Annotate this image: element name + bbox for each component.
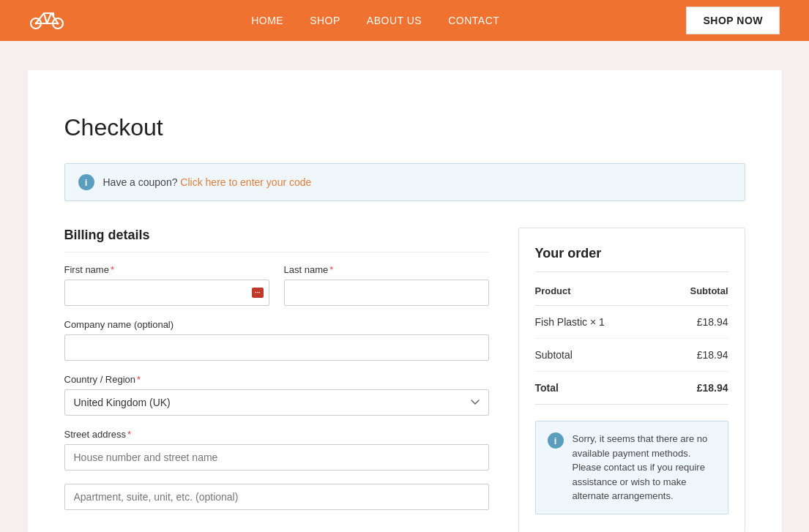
order-item-price: £18.94 — [660, 306, 728, 339]
order-panel-title: Your order — [535, 246, 728, 272]
company-input[interactable] — [64, 334, 489, 361]
autofill-icon: ··· — [252, 288, 264, 298]
apartment-input[interactable] — [64, 484, 489, 510]
country-label: Country / Region* — [64, 374, 489, 385]
name-row: First name* ··· Last name* — [64, 264, 489, 306]
first-name-group: First name* ··· — [64, 264, 269, 306]
coupon-banner: i Have a coupon? Click here to enter you… — [64, 163, 745, 201]
subtotal-row: Subtotal £18.94 — [535, 339, 728, 372]
country-select[interactable]: United Kingdom (UK) — [64, 389, 489, 416]
page-wrapper: Checkout i Have a coupon? Click here to … — [0, 41, 809, 532]
billing-section: Billing details First name* ··· — [64, 228, 489, 523]
order-section: Your order Product Subtotal Fish Plastic… — [518, 228, 745, 532]
checkout-layout: Billing details First name* ··· — [64, 228, 745, 532]
first-name-input[interactable] — [64, 280, 269, 306]
street-label: Street address* — [64, 429, 489, 440]
company-label: Company name (optional) — [64, 319, 489, 330]
nav-links: HOME SHOP ABOUT US CONTACT — [251, 14, 499, 27]
subtotal-value: £18.94 — [660, 339, 728, 372]
order-panel: Your order Product Subtotal Fish Plastic… — [518, 228, 745, 532]
nav-shop[interactable]: SHOP — [310, 15, 340, 26]
nav-about[interactable]: ABOUT US — [367, 15, 422, 26]
total-price: £18.94 — [660, 372, 728, 405]
apartment-row — [64, 484, 489, 510]
nav-contact[interactable]: CONTACT — [448, 15, 499, 26]
content-box: Checkout i Have a coupon? Click here to … — [28, 70, 782, 532]
company-row: Company name (optional) — [64, 319, 489, 361]
first-name-label: First name* — [64, 264, 269, 275]
last-name-input[interactable] — [284, 280, 489, 306]
coupon-icon: i — [78, 174, 94, 190]
page-title: Checkout — [64, 114, 745, 141]
navbar: HOME SHOP ABOUT US CONTACT SHOP NOW — [0, 0, 809, 41]
payment-info-box: i Sorry, it seems that there are no avai… — [535, 421, 728, 514]
required-star: * — [111, 264, 114, 275]
street-group: Street address* — [64, 429, 489, 471]
country-row: Country / Region* United Kingdom (UK) — [64, 374, 489, 416]
required-star-2: * — [329, 264, 333, 275]
col-product: Product — [535, 285, 660, 306]
nav-home[interactable]: HOME — [251, 15, 283, 26]
payment-info-text: Sorry, it seems that there are no availa… — [573, 432, 716, 503]
street-address-input[interactable] — [64, 444, 489, 471]
total-label: Total — [535, 372, 660, 405]
order-item-name: Fish Plastic × 1 — [535, 306, 660, 339]
shop-now-button[interactable]: SHOP NOW — [686, 7, 780, 34]
total-row: Total £18.94 — [535, 372, 728, 405]
coupon-text: Have a coupon? Click here to enter your … — [103, 176, 312, 188]
order-table: Product Subtotal Fish Plastic × 1 £18.94… — [535, 285, 728, 405]
last-name-group: Last name* — [284, 264, 489, 306]
required-star-4: * — [127, 429, 131, 440]
apartment-group — [64, 484, 489, 510]
logo[interactable] — [29, 7, 64, 34]
last-name-label: Last name* — [284, 264, 489, 275]
first-name-wrapper: ··· — [64, 280, 269, 306]
company-group: Company name (optional) — [64, 319, 489, 361]
required-star-3: * — [137, 374, 141, 385]
coupon-link[interactable]: Click here to enter your code — [180, 176, 311, 188]
street-row: Street address* — [64, 429, 489, 471]
order-item-row: Fish Plastic × 1 £18.94 — [535, 306, 728, 339]
col-subtotal: Subtotal — [660, 285, 728, 306]
payment-info-icon: i — [548, 432, 564, 449]
subtotal-label: Subtotal — [535, 339, 660, 372]
billing-title: Billing details — [64, 228, 489, 252]
country-group: Country / Region* United Kingdom (UK) — [64, 374, 489, 416]
